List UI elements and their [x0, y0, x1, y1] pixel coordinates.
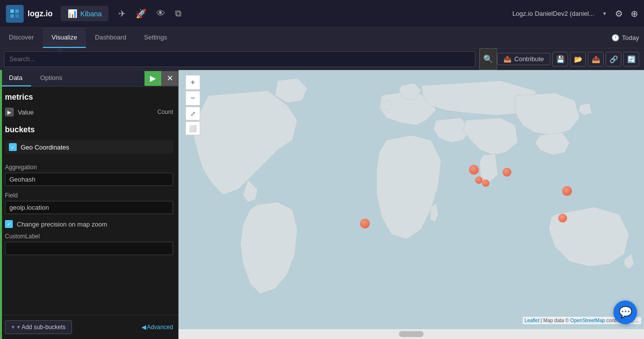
advanced-link[interactable]: ◀ Advanced: [142, 324, 173, 331]
dropdown-arrow-icon: ▼: [602, 11, 607, 16]
second-nav-right: 🕐 Today: [611, 34, 644, 41]
map-area: + − ⤢ ⬜: [179, 70, 644, 339]
attribution-text: | Map data ©: [540, 318, 570, 323]
buckets-section-header: buckets: [0, 119, 178, 137]
geo-checkbox: ✓: [9, 143, 17, 151]
save-icon: 💾: [556, 55, 565, 63]
map-dot-6: [558, 214, 567, 223]
map-dot-7: [360, 219, 370, 228]
contribute-button[interactable]: 📤 Contribute: [497, 53, 550, 65]
field-group: Field geoip.location: [0, 189, 178, 217]
refresh-button[interactable]: 🔄: [623, 52, 639, 67]
fit-bounds-button[interactable]: ⤢: [185, 107, 200, 120]
map-dot-1: [469, 165, 479, 175]
layers-icon[interactable]: ⧉: [175, 8, 181, 19]
change-precision-row: ✓ Change precision on map zoom: [0, 217, 178, 231]
search-icon: 🔍: [483, 54, 493, 64]
change-precision-checkbox[interactable]: ✓: [5, 220, 13, 228]
top-bar-right: Logz.io DanielDev2 (daniel... ▼ ⚙ ⊕: [512, 8, 638, 19]
open-button[interactable]: 📂: [570, 52, 586, 67]
custom-label-section: CustomLabel: [0, 231, 178, 258]
eye-icon[interactable]: 👁: [156, 8, 165, 19]
nav-item-discover[interactable]: Discover: [0, 28, 43, 48]
nav-item-dashboard[interactable]: Dashboard: [86, 28, 135, 48]
add-icon: +: [11, 324, 15, 331]
aggregation-label: Aggregation: [5, 164, 173, 171]
save-button[interactable]: 💾: [552, 52, 568, 67]
rocket-icon[interactable]: 🚀: [136, 8, 146, 19]
select-region-button[interactable]: ⬜: [185, 121, 200, 135]
svg-rect-0: [10, 9, 14, 13]
world-map: [179, 70, 644, 339]
nav-item-settings[interactable]: Settings: [135, 28, 176, 48]
zoom-in-button[interactable]: +: [185, 75, 200, 90]
metric-row: ▶ Value Count: [0, 105, 178, 119]
map-scroll-bar[interactable]: [179, 329, 644, 339]
aggregation-select[interactable]: Geohash: [5, 173, 173, 186]
metric-count: Count: [157, 109, 173, 115]
aggregation-group: Aggregation Geohash: [0, 161, 178, 189]
metric-label: Value: [18, 109, 157, 116]
share-button[interactable]: 📤: [588, 52, 604, 67]
tab-options[interactable]: Options: [31, 70, 71, 86]
field-label: Field: [5, 192, 173, 199]
user-label[interactable]: Logz.io DanielDev2 (daniel...: [512, 10, 594, 17]
toolbar-right: 📤 Contribute 💾 📂 📤 🔗 🔄: [497, 52, 644, 67]
logout-icon[interactable]: ⊕: [631, 8, 638, 19]
nav-icons: ✈ 🚀 👁 ⧉: [118, 8, 181, 19]
refresh-icon: 🔄: [627, 55, 636, 63]
custom-label-input[interactable]: [5, 242, 173, 255]
metrics-section-header: metrics: [0, 87, 178, 105]
metric-type-icon: ▶: [5, 108, 14, 116]
inspect-button[interactable]: 🔗: [606, 52, 621, 67]
leaflet-link[interactable]: Leaflet: [525, 318, 539, 323]
field-select[interactable]: geoip.location: [5, 201, 173, 214]
logo-text: logz.io: [28, 9, 53, 18]
map-dot-4: [502, 168, 511, 177]
search-button[interactable]: 🔍: [479, 48, 497, 70]
logo-area: logz.io: [6, 5, 53, 23]
kibana-label: Kibana: [80, 10, 102, 18]
geo-coordinates-label: Geo Coordinates: [21, 144, 69, 151]
run-button[interactable]: ▶: [144, 71, 161, 86]
tab-bar: Data Options ▶ ✕: [0, 70, 178, 87]
map-dot-5: [562, 186, 572, 196]
collapse-icon: ◀: [142, 324, 146, 331]
settings-icon[interactable]: ⚙: [615, 8, 623, 19]
bottom-actions: + + Add sub-buckets ◀ Advanced: [0, 315, 178, 339]
top-bar: logz.io 📊 Kibana ✈ 🚀 👁 ⧉ Logz.io DanielD…: [0, 0, 644, 28]
map-controls: + − ⤢ ⬜: [185, 75, 200, 135]
add-subbuckets-button[interactable]: + + Add sub-buckets: [5, 320, 72, 334]
bucket-section: ✓ Geo Coordinates: [0, 137, 178, 161]
open-icon: 📂: [574, 55, 582, 63]
inspect-icon: 🔗: [609, 55, 618, 63]
custom-label-title: CustomLabel: [5, 233, 173, 240]
logo-box: [6, 5, 24, 23]
share-icon: 📤: [592, 55, 600, 63]
left-panel: Data Options ▶ ✕ metrics ▶ Value Count b…: [0, 70, 179, 339]
map-scroll-thumb: [399, 331, 424, 337]
clock-icon: 🕐: [611, 34, 619, 41]
osm-link[interactable]: OpenStreetMap: [570, 318, 605, 323]
tab-actions: ▶ ✕: [144, 70, 178, 86]
search-input-wrap: [4, 51, 475, 67]
kibana-tab[interactable]: 📊 Kibana: [61, 6, 109, 21]
svg-rect-3: [15, 14, 19, 18]
contribute-icon: 📤: [503, 55, 511, 63]
bar-chart-icon: 📊: [68, 9, 77, 18]
chat-button[interactable]: 💬: [613, 301, 637, 324]
main-layout: Data Options ▶ ✕ metrics ▶ Value Count b…: [0, 70, 644, 339]
geo-coord-row[interactable]: ✓ Geo Coordinates: [5, 140, 173, 154]
svg-rect-2: [10, 14, 14, 18]
map-dot-3: [482, 179, 490, 187]
send-icon[interactable]: ✈: [118, 8, 126, 19]
today-button[interactable]: 🕐 Today: [611, 34, 639, 41]
chat-icon: 💬: [619, 306, 632, 319]
nav-item-visualize[interactable]: Visualize: [43, 28, 86, 48]
search-bar: 🔍 📤 Contribute 💾 📂 📤 🔗 🔄: [0, 48, 644, 70]
zoom-out-button[interactable]: −: [185, 91, 200, 106]
search-input[interactable]: [9, 55, 470, 63]
discard-button[interactable]: ✕: [161, 71, 178, 86]
tab-data[interactable]: Data: [0, 70, 31, 86]
second-nav: Discover Visualize Dashboard Settings 🕐 …: [0, 28, 644, 48]
